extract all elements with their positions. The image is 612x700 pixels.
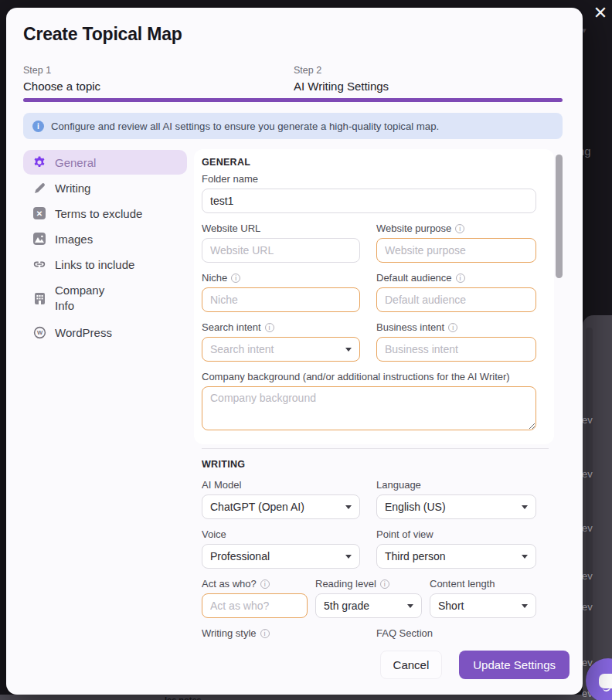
dialog-footer: Cancel Update Settings [380, 651, 570, 679]
sidebar-item-terms-to-exclude[interactable]: Terms to exclude [23, 201, 187, 226]
voice-select[interactable]: Professional [202, 544, 360, 569]
wordpress-icon: W [32, 326, 46, 340]
reading-level-select[interactable]: 5th grade [315, 593, 422, 618]
info-icon [265, 323, 274, 332]
background-partial-row: ev [582, 468, 593, 480]
square-x-icon [32, 206, 46, 220]
niche-label: Niche [202, 272, 360, 284]
chevron-down-icon [407, 604, 413, 608]
chevron-down-icon [522, 555, 528, 559]
search-intent-label: Search intent [202, 321, 360, 333]
content-length-value: Short [438, 600, 464, 612]
info-icon [32, 121, 44, 132]
background-partial-row: ev [582, 570, 593, 582]
sidebar-item-company-info[interactable]: Company Info [23, 277, 187, 320]
info-banner: Configure and review all AI settings to … [23, 113, 563, 139]
info-icon [456, 274, 465, 283]
search-intent-value: Search intent [210, 343, 274, 355]
writing-style-label: Writing style [202, 627, 360, 639]
sidebar-item-wordpress[interactable]: W WordPress [23, 321, 187, 345]
info-icon [260, 629, 270, 638]
background-partial-text: les notes [165, 695, 202, 700]
faq-section-label: FAQ Section [376, 627, 536, 639]
step-2-label: AI Writing Settings [294, 80, 563, 93]
step-2[interactable]: Step 2 AI Writing Settings [294, 65, 563, 93]
website-url-input[interactable] [202, 238, 360, 263]
step-1-eyebrow: Step 1 [23, 65, 294, 76]
chevron-down-icon [345, 505, 352, 509]
language-value: English (US) [385, 501, 446, 513]
sidebar-item-general[interactable]: General [23, 150, 187, 175]
niche-input[interactable] [202, 287, 360, 312]
info-icon [231, 274, 240, 283]
link-icon [32, 257, 46, 271]
image-icon [32, 232, 46, 246]
info-icon [448, 323, 457, 332]
voice-value: Professional [210, 550, 270, 562]
background-scroll-track [586, 328, 593, 700]
business-intent-label: Business intent [376, 321, 536, 333]
page-title: Create Topical Map [23, 24, 182, 45]
search-intent-label-text: Search intent [202, 321, 261, 333]
chevron-down-icon [345, 555, 352, 559]
settings-form: GENERAL Folder name Website URL Website … [194, 149, 565, 643]
search-intent-select[interactable]: Search intent [202, 337, 360, 362]
sidebar-item-images[interactable]: Images [23, 226, 187, 251]
sidebar-item-label: General [55, 156, 96, 169]
section-divider [202, 448, 549, 449]
point-of-view-select[interactable]: Third person [376, 544, 536, 569]
website-purpose-label-text: Website purpose [376, 223, 451, 234]
general-section-card: GENERAL Folder name Website URL Website … [194, 149, 554, 444]
chevron-down-icon [345, 348, 352, 352]
info-icon [380, 579, 389, 589]
settings-sidebar: General Writing Terms to exclude Images … [23, 150, 187, 346]
sidebar-item-label: Writing [55, 182, 90, 195]
info-icon [260, 579, 270, 589]
step-progress-bar [23, 98, 563, 102]
form-scrollbar-thumb[interactable] [556, 155, 563, 278]
sidebar-item-writing[interactable]: Writing [23, 175, 187, 200]
niche-label-text: Niche [202, 272, 227, 284]
website-purpose-label: Website purpose [376, 223, 536, 234]
reading-level-label: Reading level [315, 578, 422, 590]
building-icon [32, 291, 46, 305]
writing-section: WRITING AI Model Language ChatGPT (Open … [194, 459, 536, 643]
language-select[interactable]: English (US) [376, 494, 536, 519]
act-as-who-label: Act as who? [202, 578, 308, 590]
default-audience-label: Default audience [376, 272, 536, 284]
update-settings-button[interactable]: Update Settings [459, 651, 570, 679]
act-as-who-label-text: Act as who? [202, 578, 257, 590]
svg-text:W: W [36, 329, 42, 336]
background-bottom-strip: les notes [0, 695, 612, 700]
business-intent-input[interactable] [376, 337, 536, 362]
reading-level-label-text: Reading level [315, 578, 376, 590]
sidebar-item-label: Company Info [55, 283, 118, 314]
close-icon[interactable]: ✕ [590, 2, 611, 24]
content-length-select[interactable]: Short [430, 593, 536, 618]
folder-name-label: Folder name [202, 173, 536, 185]
voice-label: Voice [202, 528, 360, 540]
content-length-label: Content length [430, 578, 536, 590]
company-background-textarea[interactable] [202, 386, 536, 430]
pen-icon [32, 181, 46, 195]
chevron-down-icon [522, 505, 528, 509]
ai-model-select[interactable]: ChatGPT (Open AI) [202, 494, 360, 519]
company-background-label: Company background (and/or additional in… [202, 371, 536, 382]
sidebar-item-label: Images [55, 233, 93, 246]
point-of-view-value: Third person [385, 550, 446, 562]
step-indicator: Step 1 Choose a topic Step 2 AI Writing … [23, 65, 563, 93]
ai-model-value: ChatGPT (Open AI) [210, 501, 304, 513]
step-1-label: Choose a topic [23, 80, 294, 93]
sidebar-item-label: WordPress [55, 326, 112, 339]
ai-model-label: AI Model [202, 479, 360, 491]
default-audience-input[interactable] [376, 287, 536, 312]
chevron-down-icon [522, 604, 528, 608]
website-purpose-input[interactable] [376, 238, 536, 263]
reading-level-value: 5th grade [324, 600, 369, 612]
website-url-label: Website URL [202, 223, 360, 234]
act-as-who-input[interactable] [202, 593, 308, 618]
sidebar-item-links-to-include[interactable]: Links to include [23, 252, 187, 277]
folder-name-input[interactable] [202, 189, 536, 213]
cancel-button[interactable]: Cancel [380, 651, 443, 679]
step-1[interactable]: Step 1 Choose a topic [23, 65, 294, 93]
